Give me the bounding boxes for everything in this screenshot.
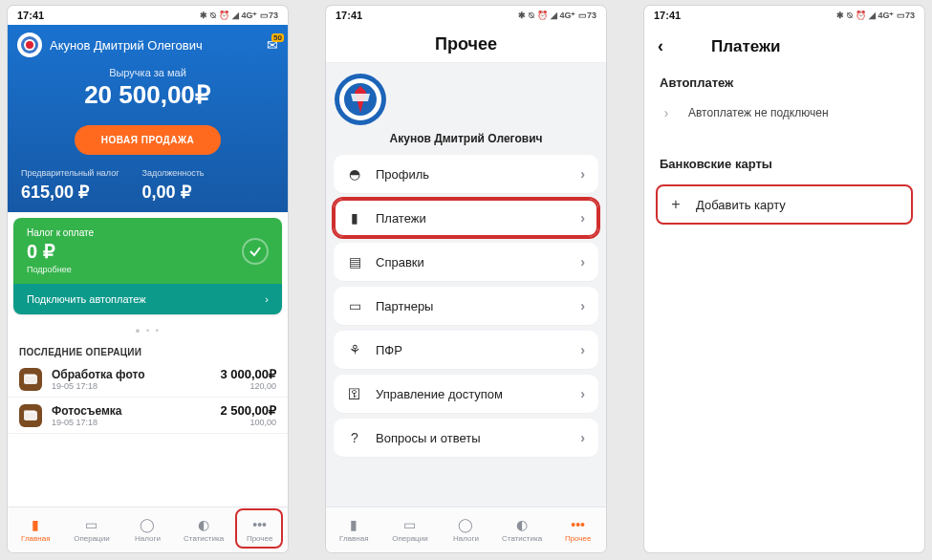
last-ops-header: ПОСЛЕДНИЕ ОПЕРАЦИИ [8, 343, 288, 361]
status-bar: 17:41 ✱ ⦰ ⏰ ◢ 4G⁺ ▭73 [644, 6, 924, 25]
coins-icon: ◯ [458, 517, 473, 532]
chevron-right-icon: › [265, 293, 269, 305]
op-title: Обработка фото [52, 368, 210, 381]
tax-card-main[interactable]: Налог к оплате 0 ₽ Подробнее [13, 218, 282, 284]
nav-taxes[interactable]: ◯Налоги [119, 507, 176, 552]
revenue-amount: 20 500,00₽ [8, 80, 288, 110]
autopay-link-label: Подключить автоплатеж [27, 293, 146, 305]
section-autopay: Автоплатеж [644, 68, 924, 96]
status-time: 17:41 [336, 10, 362, 21]
chevron-right-icon: › [580, 342, 585, 357]
menu-faq[interactable]: ?Вопросы и ответы› [334, 419, 598, 457]
menu-partners[interactable]: ▭Партнеры› [334, 287, 598, 325]
wallet-icon [19, 404, 42, 427]
bottom-nav: ▮Главная ▭Операции ◯Налоги ◐Статистика •… [8, 506, 288, 552]
nav-home[interactable]: ▮Главная [326, 507, 382, 552]
chevron-right-icon: › [580, 298, 585, 313]
user-header[interactable]: Акунов Дмитрий Олегович ✉50 [8, 25, 288, 61]
menu-certs[interactable]: ▤Справки› [334, 243, 598, 281]
back-button[interactable]: ‹ [658, 36, 663, 56]
screen-payments: 17:41 ✱ ⦰ ⏰ ◢ 4G⁺ ▭73 ‹ Платежи Автоплат… [644, 6, 924, 552]
debt-col: Задолженность 0,00 ₽ [142, 168, 205, 203]
user-name: Акунов Дмитрий Олегович [50, 38, 203, 53]
pretax-value: 615,00 ₽ [21, 182, 119, 203]
nav-taxes[interactable]: ◯Налоги [438, 507, 494, 552]
op-sub: 19-05 17:18 [52, 418, 210, 427]
op-amount: 2 500,00₽ [220, 403, 276, 418]
svg-rect-4 [24, 374, 35, 377]
chevron-right-icon: › [660, 105, 673, 120]
wallet-icon [19, 368, 42, 391]
mail-icon[interactable]: ✉50 [267, 37, 278, 53]
svg-rect-6 [24, 410, 35, 413]
section-cards: Банковские карты [644, 149, 924, 177]
nav-stats[interactable]: ◐Статистика [494, 507, 551, 552]
pension-icon: ⚘ [347, 342, 362, 357]
wallet-icon: ▭ [85, 517, 98, 532]
status-time: 17:41 [17, 10, 44, 21]
page-title: Прочее [326, 25, 606, 63]
pretax-label: Предварительный налог [21, 168, 119, 178]
topay-label: Налог к оплате [27, 227, 94, 238]
menu-payments[interactable]: ▮Платежи› [334, 199, 598, 237]
chevron-right-icon: › [580, 430, 585, 445]
nav-more[interactable]: •••Прочее [231, 507, 288, 552]
key-icon: ⚿ [347, 386, 362, 401]
nav-home[interactable]: ▮Главная [8, 507, 64, 552]
status-bar: 17:41 ✱ ⦰ ⏰ ◢ 4G⁺ ▭73 [326, 6, 606, 25]
details-link[interactable]: Подробнее [27, 265, 94, 274]
revenue-block: Выручка за май 20 500,00₽ [8, 61, 288, 119]
coins-icon: ◯ [140, 517, 155, 532]
status-bar: 17:41 ✱ ⦰ ⏰ ◢ 4G⁺ ▭73 [8, 6, 288, 25]
op-sub: 19-05 17:18 [52, 381, 210, 391]
nav-more[interactable]: •••Прочее [550, 507, 606, 552]
nav-stats[interactable]: ◐Статистика [176, 507, 232, 552]
op-row[interactable]: Обработка фото 19-05 17:18 3 000,00₽ 120… [8, 361, 288, 398]
wallet-icon: ▮ [347, 210, 362, 226]
help-icon: ? [347, 430, 362, 445]
user-name: Акунов Дмитрий Олегович [334, 132, 598, 145]
screen-more: 17:41 ✱ ⦰ ⏰ ◢ 4G⁺ ▭73 Прочее Акунов Дмит… [326, 6, 606, 552]
nav-ops[interactable]: ▭Операции [64, 507, 120, 552]
page-title: Платежи [711, 37, 781, 56]
pie-icon: ◐ [516, 517, 528, 532]
profile-block: Акунов Дмитрий Олегович [334, 63, 598, 149]
emblem-icon [17, 32, 42, 57]
status-indicators: ✱ ⦰ ⏰ ◢ 4G⁺ ▭73 [836, 11, 915, 21]
menu-profile[interactable]: ◓Профиль› [334, 155, 598, 193]
paid-check-icon [242, 238, 269, 265]
nav-ops[interactable]: ▭Операции [382, 507, 439, 552]
op-row[interactable]: Фотосъемка 19-05 17:18 2 500,00₽ 100,00 [8, 398, 288, 434]
autopay-status: Автоплатеж не подключен [688, 106, 829, 119]
document-icon: ▤ [347, 254, 362, 269]
status-indicators: ✱ ⦰ ⏰ ◢ 4G⁺ ▭73 [200, 11, 278, 21]
briefcase-icon: ▭ [347, 298, 362, 313]
svg-point-2 [26, 41, 33, 49]
new-sale-button[interactable]: НОВАЯ ПРОДАЖА [75, 125, 221, 155]
autopay-row[interactable]: › Автоплатеж не подключен [644, 96, 924, 130]
status-time: 17:41 [654, 10, 681, 21]
tax-summary: Предварительный налог 615,00 ₽ Задолженн… [8, 168, 288, 212]
op-tax: 120,00 [220, 381, 276, 391]
pie-icon: ◐ [198, 517, 209, 532]
revenue-label: Выручка за май [8, 67, 288, 78]
more-icon: ••• [571, 517, 585, 532]
screen-main: 17:41 ✱ ⦰ ⏰ ◢ 4G⁺ ▭73 Акунов Дмитрий Оле… [8, 6, 288, 552]
more-icon: ••• [252, 517, 267, 532]
menu-access[interactable]: ⚿Управление доступом› [334, 375, 598, 413]
add-card-button[interactable]: + Добавить карту [656, 184, 913, 225]
autopay-link-row[interactable]: Подключить автоплатеж › [13, 284, 282, 314]
chevron-right-icon: › [580, 386, 585, 401]
add-card-label: Добавить карту [696, 198, 786, 212]
wallet-icon: ▭ [403, 517, 416, 532]
debt-value: 0,00 ₽ [142, 182, 205, 203]
tax-card[interactable]: Налог к оплате 0 ₽ Подробнее Подключить … [13, 218, 282, 314]
pager-dots: ● • • [8, 320, 288, 343]
menu-pfr[interactable]: ⚘ПФР› [334, 331, 598, 369]
page-header: ‹ Платежи [644, 25, 924, 68]
chevron-right-icon: › [580, 254, 585, 269]
chevron-right-icon: › [580, 166, 585, 182]
status-indicators: ✱ ⦰ ⏰ ◢ 4G⁺ ▭73 [518, 11, 596, 21]
emblem-icon [334, 73, 387, 126]
debt-label: Задолженность [142, 168, 205, 178]
